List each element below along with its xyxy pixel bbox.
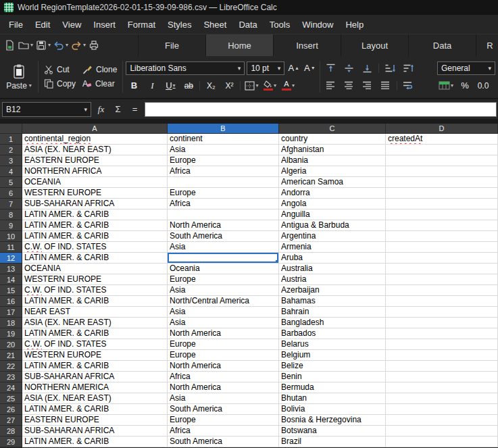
row-header-7[interactable]: 7 — [0, 199, 22, 209]
row-header-13[interactable]: 13 — [0, 264, 22, 274]
cell-D15[interactable] — [386, 285, 498, 296]
cell-C17[interactable]: Bahrain — [279, 307, 386, 318]
cell-C5[interactable]: American Samoa — [279, 177, 386, 188]
formula-input[interactable] — [145, 102, 497, 117]
cell-C14[interactable]: Austria — [279, 274, 386, 285]
row-header-1[interactable]: 1 — [0, 134, 22, 145]
increase-font-size-button[interactable]: A▲ — [287, 61, 301, 75]
cell-C11[interactable]: Armenia — [279, 242, 386, 253]
cell-D20[interactable] — [386, 339, 498, 350]
cell-C20[interactable]: Belarus — [279, 339, 386, 350]
cell-B5[interactable] — [168, 177, 279, 188]
cell-B14[interactable]: Europe — [168, 274, 279, 285]
cell-B10[interactable]: South America — [168, 231, 279, 242]
row-header-5[interactable]: 5 — [0, 177, 22, 188]
align-bottom-button[interactable] — [359, 61, 376, 75]
sort-descending-button[interactable] — [400, 61, 416, 75]
cell-A29[interactable]: LATIN AMER. & CARIB — [22, 437, 168, 447]
cell-B6[interactable]: Europe — [168, 188, 279, 199]
cell-A11[interactable]: C.W. OF IND. STATES — [22, 242, 168, 253]
clone-formatting-button[interactable]: Clone — [80, 64, 120, 75]
strikethrough-button[interactable]: ab — [180, 79, 197, 93]
menu-styles[interactable]: Styles — [161, 17, 197, 32]
cell-C4[interactable]: Algeria — [279, 166, 386, 177]
cell-C22[interactable]: Belize — [279, 361, 386, 372]
cell-D1[interactable]: createdAt — [386, 134, 498, 145]
cell-C19[interactable]: Barbados — [279, 328, 386, 339]
cell-D8[interactable] — [386, 209, 498, 220]
row-header-15[interactable]: 15 — [0, 285, 22, 296]
open-button[interactable]: ▾ — [17, 38, 34, 53]
name-box[interactable]: B12 ▾ — [2, 102, 91, 117]
cell-C1[interactable]: country — [279, 134, 386, 145]
cell-D29[interactable] — [386, 437, 498, 447]
function-wizard-button[interactable]: fx — [94, 102, 108, 117]
cell-C9[interactable]: Antigua & Barbuda — [279, 220, 386, 231]
cell-C16[interactable]: Bahamas — [279, 296, 386, 307]
ribbon-tab-file[interactable]: File — [138, 34, 205, 56]
row-header-17[interactable]: 17 — [0, 307, 22, 318]
cell-A24[interactable]: NORTHERN AMERICA — [22, 382, 168, 393]
merge-cells-button[interactable]: ▾ — [437, 79, 455, 93]
cell-B3[interactable]: Europe — [168, 155, 279, 166]
menu-format[interactable]: Format — [122, 17, 161, 32]
cell-A15[interactable]: C.W. OF IND. STATES — [22, 285, 168, 296]
cell-B16[interactable]: North/Central America — [168, 296, 279, 307]
row-header-8[interactable]: 8 — [0, 209, 22, 220]
cell-D21[interactable] — [386, 350, 498, 361]
cell-C2[interactable]: Afghanistan — [279, 145, 386, 155]
cell-B17[interactable]: Asia — [168, 307, 279, 318]
wrap-text-button[interactable] — [400, 79, 416, 93]
cell-C24[interactable]: Bermuda — [279, 382, 386, 393]
paste-button[interactable]: Paste▾ — [3, 57, 35, 96]
menu-data[interactable]: Data — [232, 17, 263, 32]
cell-A28[interactable]: SUB-SAHARAN AFRICA — [22, 426, 168, 437]
row-header-23[interactable]: 23 — [0, 372, 22, 382]
superscript-button[interactable]: X² — [221, 79, 237, 93]
cell-C13[interactable]: Australia — [279, 264, 386, 274]
cell-C10[interactable]: Argentina — [279, 231, 386, 242]
cell-A7[interactable]: SUB-SAHARAN AFRICA — [22, 199, 168, 209]
menu-sheet[interactable]: Sheet — [197, 17, 232, 32]
cell-A25[interactable]: ASIA (EX. NEAR EAST) — [22, 393, 168, 404]
cell-C25[interactable]: Bhutan — [279, 393, 386, 404]
cell-D28[interactable] — [386, 426, 498, 437]
equals-button[interactable]: = — [128, 102, 142, 117]
italic-button[interactable]: I — [144, 79, 160, 93]
percent-format-button[interactable]: % — [457, 79, 473, 93]
cell-A20[interactable]: C.W. OF IND. STATES — [22, 339, 168, 350]
font-name-select[interactable]: Liberation Sans ▾ — [126, 61, 245, 75]
cell-D11[interactable] — [386, 242, 498, 253]
cell-A5[interactable]: OCEANIA — [22, 177, 168, 188]
cell-C27[interactable]: Bosnia & Herzegovina — [279, 415, 386, 426]
underline-button[interactable]: U▾ — [162, 79, 178, 93]
cell-B15[interactable]: Asia — [168, 285, 279, 296]
highlight-color-button[interactable]: ▾ — [262, 79, 278, 93]
cell-A26[interactable]: LATIN AMER. & CARIB — [22, 404, 168, 415]
cell-C12[interactable]: Aruba — [279, 253, 386, 264]
cell-D23[interactable] — [386, 372, 498, 382]
row-header-18[interactable]: 18 — [0, 318, 22, 328]
cell-D6[interactable] — [386, 188, 498, 199]
cell-D22[interactable] — [386, 361, 498, 372]
cell-B11[interactable]: Asia — [168, 242, 279, 253]
cell-C29[interactable]: Brazil — [279, 437, 386, 447]
cell-D25[interactable] — [386, 393, 498, 404]
sort-ascending-button[interactable] — [382, 61, 398, 75]
menu-file[interactable]: File — [3, 17, 29, 32]
row-header-11[interactable]: 11 — [0, 242, 22, 253]
row-header-4[interactable]: 4 — [0, 166, 22, 177]
cell-A12[interactable]: LATIN AMER. & CARIB — [22, 253, 168, 264]
row-header-26[interactable]: 26 — [0, 404, 22, 415]
cell-B28[interactable]: Africa — [168, 426, 279, 437]
cell-B8[interactable] — [168, 209, 279, 220]
row-header-28[interactable]: 28 — [0, 426, 22, 437]
cell-B9[interactable]: North America — [168, 220, 279, 231]
ribbon-tab-data[interactable]: Data — [408, 34, 476, 56]
cell-B4[interactable]: Africa — [168, 166, 279, 177]
font-color-button[interactable]: A ▾ — [280, 79, 296, 93]
decrease-font-size-button[interactable]: A▼ — [303, 61, 317, 75]
cell-A9[interactable]: LATIN AMER. & CARIB — [22, 220, 168, 231]
row-header-29[interactable]: 29 — [0, 437, 22, 447]
cell-A18[interactable]: ASIA (EX. NEAR EAST) — [22, 318, 168, 328]
